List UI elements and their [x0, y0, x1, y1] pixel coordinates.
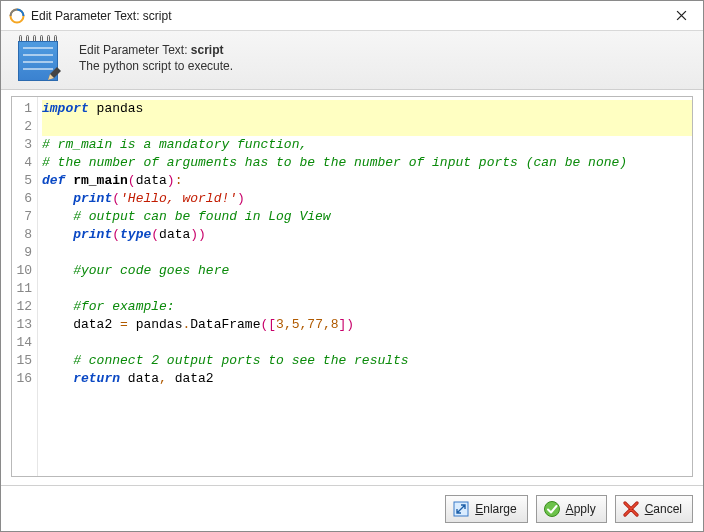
cancel-button[interactable]: Cancel — [615, 495, 693, 523]
code-editor[interactable]: 12345678910111213141516 import pandas # … — [11, 96, 693, 477]
cancel-icon — [622, 500, 640, 518]
info-text: Edit Parameter Text: script The python s… — [79, 42, 233, 74]
notepad-icon — [15, 35, 61, 81]
editor-container: 12345678910111213141516 import pandas # … — [1, 90, 703, 485]
apply-button[interactable]: Apply — [536, 495, 607, 523]
window-title: Edit Parameter Text: script — [31, 9, 659, 23]
info-line1-prefix: Edit Parameter Text: — [79, 43, 191, 57]
code-area[interactable]: import pandas # rm_main is a mandatory f… — [38, 97, 692, 476]
app-icon — [9, 8, 25, 24]
apply-label: Apply — [566, 502, 596, 516]
enlarge-icon — [452, 500, 470, 518]
titlebar: Edit Parameter Text: script — [1, 1, 703, 31]
info-line1-bold: script — [191, 43, 224, 57]
button-row: Enlarge Apply Cancel — [1, 485, 703, 531]
info-strip: Edit Parameter Text: script The python s… — [1, 31, 703, 90]
line-number-gutter: 12345678910111213141516 — [12, 97, 38, 476]
check-icon — [543, 500, 561, 518]
dialog-window: Edit Parameter Text: script Edit Paramet… — [0, 0, 704, 532]
svg-point-2 — [544, 501, 559, 516]
pencil-icon — [45, 65, 63, 83]
enlarge-label: Enlarge — [475, 502, 516, 516]
close-button[interactable] — [659, 1, 703, 31]
cancel-label: Cancel — [645, 502, 682, 516]
enlarge-button[interactable]: Enlarge — [445, 495, 527, 523]
info-line2: The python script to execute. — [79, 58, 233, 74]
close-icon — [676, 10, 687, 21]
